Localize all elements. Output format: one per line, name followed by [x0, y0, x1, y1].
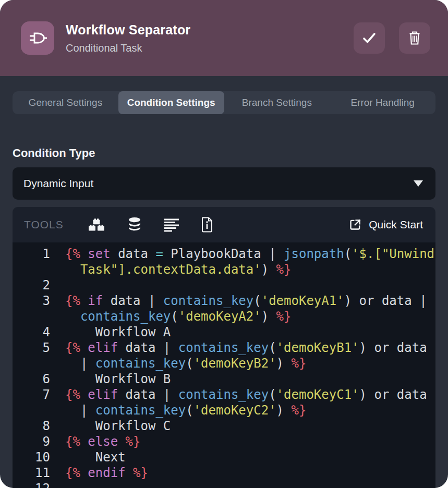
line-number: 10	[13, 449, 50, 465]
condition-type-label: Condition Type	[13, 147, 435, 160]
tab-branch-settings[interactable]: Branch Settings	[224, 91, 330, 114]
line-content: Workflow A	[50, 324, 171, 340]
chevron-down-icon	[414, 180, 423, 187]
panel-body: General SettingsCondition SettingsBranch…	[0, 91, 448, 488]
line-content: Workflow B	[50, 371, 171, 387]
line-content: {% if data | contains_key('demoKeyA1') o…	[50, 293, 427, 324]
line-content: {% elif data | contains_key('demoKeyC1')…	[50, 387, 427, 418]
quick-start-button[interactable]: Quick Start	[348, 218, 423, 231]
blocks-icon[interactable]	[88, 217, 105, 233]
panel-subtitle: Conditional Task	[66, 42, 354, 54]
line-content: {% set data = PlaybookData | jsonpath('$…	[50, 246, 434, 277]
delete-button[interactable]	[399, 22, 430, 54]
tab-label: General Settings	[29, 97, 103, 108]
line-content: {% endif %}	[50, 465, 148, 481]
logic-gate-icon	[28, 30, 47, 46]
file-info-icon[interactable]	[200, 217, 214, 233]
tab-error-handling[interactable]: Error Handling	[330, 91, 435, 114]
code-line: 1{% set data = PlaybookData | jsonpath('…	[13, 246, 435, 277]
line-number: 5	[13, 340, 50, 371]
condition-type-select[interactable]: Dynamic Input	[13, 167, 435, 200]
code-editor: TOOLS Quick Start	[13, 207, 435, 488]
tab-label: Error Handling	[350, 97, 415, 108]
task-type-tile	[21, 21, 54, 55]
line-content	[50, 277, 72, 293]
header-actions	[354, 22, 430, 54]
code-line: 12	[13, 481, 435, 488]
line-number: 7	[13, 387, 50, 418]
check-icon	[361, 31, 377, 45]
header-titles: Workflow Separator Conditional Task	[66, 22, 354, 54]
condition-type-value: Dynamic Input	[23, 177, 414, 190]
code-line: 4 Workflow A	[13, 324, 435, 340]
editor-toolbar: TOOLS Quick Start	[13, 207, 435, 242]
line-content: Next	[50, 449, 126, 465]
trash-icon	[408, 31, 421, 45]
align-left-icon[interactable]	[164, 217, 179, 232]
code-line: 5{% elif data | contains_key('demoKeyB1'…	[13, 340, 435, 371]
line-content: {% elif data | contains_key('demoKeyB1')…	[50, 340, 427, 371]
external-link-icon	[348, 218, 362, 231]
tool-icons	[88, 217, 214, 233]
tab-label: Condition Settings	[127, 97, 215, 108]
line-number: 4	[13, 324, 50, 340]
line-number: 11	[13, 465, 50, 481]
line-content: {% else %}	[50, 434, 141, 449]
code-line: 11{% endif %}	[13, 465, 435, 481]
code-line: 7{% elif data | contains_key('demoKeyC1'…	[13, 387, 435, 418]
code-line: 10 Next	[13, 449, 435, 465]
line-number: 1	[13, 246, 50, 277]
line-number: 8	[13, 418, 50, 434]
code-line: 8 Workflow C	[13, 418, 435, 434]
line-content: Workflow C	[50, 418, 171, 434]
line-content	[50, 481, 72, 488]
quick-start-label: Quick Start	[369, 218, 423, 231]
code-line: 2	[13, 277, 435, 293]
line-number: 3	[13, 293, 50, 324]
tools-label: TOOLS	[24, 218, 64, 231]
line-number: 2	[13, 277, 50, 293]
panel-header: Workflow Separator Conditional Task	[0, 0, 448, 76]
settings-tab-bar: General SettingsCondition SettingsBranch…	[13, 91, 435, 114]
tab-condition-settings[interactable]: Condition Settings	[118, 91, 224, 114]
database-icon[interactable]	[126, 217, 143, 233]
tab-general-settings[interactable]: General Settings	[13, 91, 118, 114]
code-line: 6 Workflow B	[13, 371, 435, 387]
code-line: 9{% else %}	[13, 434, 435, 449]
line-number: 9	[13, 434, 50, 449]
panel-title: Workflow Separator	[66, 22, 354, 38]
code-area[interactable]: 1{% set data = PlaybookData | jsonpath('…	[13, 242, 435, 488]
line-number: 6	[13, 371, 50, 387]
line-number: 12	[13, 481, 50, 488]
tab-label: Branch Settings	[242, 97, 312, 108]
code-line: 3{% if data | contains_key('demoKeyA1') …	[13, 293, 435, 324]
task-config-panel: Workflow Separator Conditional Task Gene…	[0, 0, 448, 488]
confirm-button[interactable]	[354, 22, 385, 54]
